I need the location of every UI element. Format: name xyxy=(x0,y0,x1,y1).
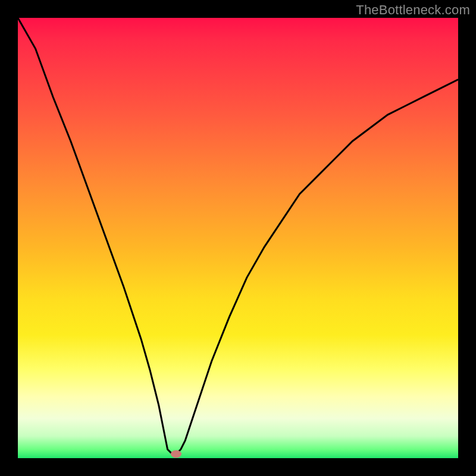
chart-container: TheBottleneck.com xyxy=(0,0,476,476)
plot-area xyxy=(18,18,458,458)
curve-path xyxy=(18,18,458,454)
optimum-marker xyxy=(171,450,181,458)
attribution-text: TheBottleneck.com xyxy=(356,2,470,18)
bottleneck-curve xyxy=(18,18,458,458)
